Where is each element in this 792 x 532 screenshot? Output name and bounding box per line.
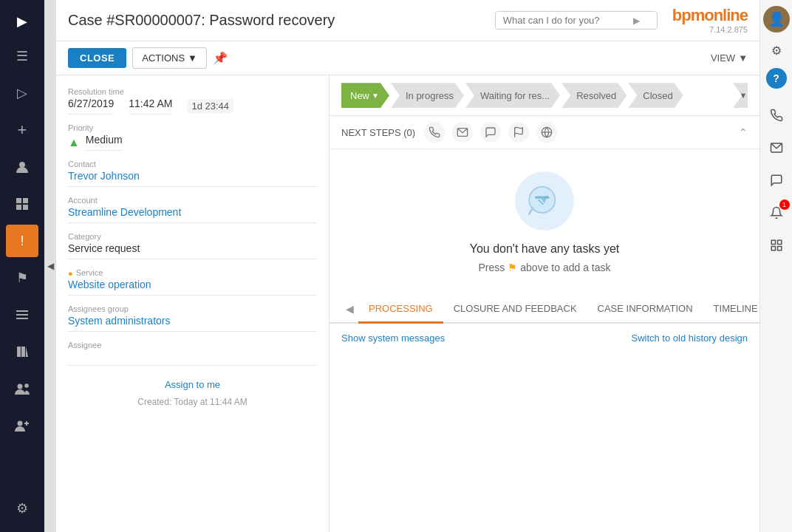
sidebar-item-team[interactable] [6, 372, 38, 405]
next-step-flag-icon[interactable] [508, 122, 529, 143]
next-step-globe-icon[interactable] [536, 122, 557, 143]
actions-button[interactable]: ACTIONS ▼ [132, 47, 207, 69]
svg-rect-24 [777, 240, 781, 244]
sidebar-item-alerts[interactable]: ! [6, 225, 38, 257]
service-value[interactable]: Website operation [68, 279, 317, 296]
view-button[interactable]: VIEW ▼ [711, 52, 748, 64]
help-icon[interactable]: ? [766, 68, 787, 89]
svg-rect-23 [771, 240, 775, 244]
tab-processing[interactable]: PROCESSING [358, 296, 443, 324]
view-chevron-icon: ▼ [738, 52, 748, 64]
collapse-icon: ◀ [47, 261, 54, 271]
tab-closure-feedback[interactable]: CLOSURE AND FEEDBACK [443, 296, 587, 324]
empty-state-flag-icon: ⚑ [508, 262, 517, 273]
tab-prev-arrow[interactable]: ◀ [341, 296, 358, 322]
resolution-time-label: Resolution time [68, 87, 317, 96]
svg-rect-5 [16, 310, 28, 312]
next-step-chat-icon[interactable] [480, 122, 501, 143]
next-steps-collapse-icon[interactable]: ⌃ [739, 126, 748, 138]
empty-state-suffix: above to add a task [520, 262, 610, 273]
tab-closure-feedback-label: CLOSURE AND FEEDBACK [454, 303, 577, 314]
next-step-phone-icon[interactable] [424, 122, 445, 143]
account-label: Account [68, 196, 317, 205]
email-icon[interactable] [762, 133, 791, 163]
notifications-icon[interactable]: 1 [762, 198, 791, 228]
assignees-group: Assignees group System administrators [68, 304, 317, 332]
priority-label: Priority [68, 123, 317, 132]
svg-rect-4 [23, 205, 28, 210]
priority-arrow-icon: ▲ [68, 136, 80, 149]
stage-in-progress-label: In progress [406, 90, 454, 101]
stage-resolved-label: Resolved [576, 90, 616, 101]
contact-value[interactable]: Trevor Johnson [68, 170, 317, 187]
search-input[interactable] [503, 15, 629, 26]
sidebar-toggle[interactable]: ▶ [11, 7, 33, 35]
switch-design-link[interactable]: Switch to old history design [631, 332, 748, 344]
category-label: Category [68, 232, 317, 241]
resolution-date: 6/27/2019 [68, 98, 114, 115]
empty-state-title: You don't have any tasks yet [470, 242, 620, 256]
assignees-group-value[interactable]: System administrators [68, 315, 317, 332]
actions-chevron-icon: ▼ [188, 52, 197, 64]
sidebar-item-settings[interactable]: ⚙ [6, 492, 38, 525]
assign-me-link[interactable]: Assign to me [165, 379, 220, 390]
left-panel: Resolution time 6/27/2019 11:42 AM 1d 23… [56, 75, 330, 532]
stage-closed-label: Closed [643, 90, 672, 101]
next-steps-bar: NEXT STEPS (0) [330, 116, 759, 149]
view-label: VIEW [711, 52, 735, 64]
stage-waiting[interactable]: Waiting for res... [465, 83, 560, 108]
pin-icon[interactable]: 📌 [213, 51, 228, 65]
stage-in-progress[interactable]: In progress [391, 83, 464, 108]
right-sidebar: 👤 ⚙ ? 1 [759, 0, 792, 532]
svg-rect-7 [16, 318, 28, 319]
assignee-label: Assignee [68, 341, 317, 349]
sidebar-item-dashboard[interactable] [6, 188, 38, 220]
user-avatar[interactable]: 👤 [763, 6, 790, 33]
show-system-messages-link[interactable]: Show system messages [341, 332, 445, 344]
tab-actions-bar: Show system messages Switch to old histo… [341, 332, 748, 344]
sidebar-item-add[interactable]: + [6, 114, 38, 146]
stage-new[interactable]: New ▼ [341, 83, 389, 108]
chat-icon[interactable] [762, 166, 791, 195]
resolution-time-group: Resolution time 6/27/2019 11:42 AM 1d 23… [68, 87, 317, 115]
stage-more-dropdown[interactable]: ▼ [733, 83, 748, 108]
stage-closed[interactable]: Closed [628, 83, 683, 108]
tab-timeline-label: TIMELINE [714, 303, 758, 314]
sidebar-item-contacts[interactable] [6, 151, 38, 183]
close-button[interactable]: CLOSE [68, 48, 126, 68]
tab-processing-label: PROCESSING [369, 303, 433, 314]
stage-new-dropdown-icon: ▼ [372, 92, 379, 100]
phone-icon[interactable] [762, 100, 791, 130]
svg-rect-25 [771, 247, 775, 250]
right-panel: New ▼ In progress Waiting for res... Res… [330, 75, 759, 532]
sidebar-item-flags[interactable]: ⚑ [6, 262, 38, 294]
svg-point-0 [19, 162, 25, 168]
left-sidebar: ▶ ☰ ▷ + ! ⚑ ⚙ [0, 0, 44, 532]
grid-icon[interactable] [762, 231, 791, 260]
sidebar-item-library[interactable] [6, 335, 38, 368]
next-step-email-icon[interactable] [452, 122, 473, 143]
actions-label: ACTIONS [142, 52, 185, 64]
search-arrow-icon: ▶ [633, 16, 640, 26]
svg-rect-2 [23, 198, 28, 203]
assignees-group-label: Assignees group [68, 304, 317, 313]
account-value[interactable]: Streamline Development [68, 206, 317, 223]
priority-value: Medium [86, 134, 123, 151]
sidebar-item-process[interactable]: ▷ [6, 77, 38, 109]
svg-point-12 [18, 421, 23, 426]
sidebar-item-tasks[interactable] [6, 299, 38, 331]
next-step-icons [424, 122, 557, 143]
notifications-badge: 1 [779, 200, 790, 210]
empty-state-subtitle: Press ⚑ above to add a task [479, 262, 611, 273]
svg-rect-1 [16, 198, 21, 203]
page-title: Case #SR00000007: Password recovery [68, 12, 486, 29]
sidebar-item-menu[interactable]: ☰ [6, 40, 38, 72]
tab-content-area: Show system messages Switch to old histo… [330, 324, 759, 532]
tab-timeline[interactable]: TIMELINE [703, 296, 759, 324]
search-box[interactable]: ▶ [495, 11, 658, 30]
stage-resolved[interactable]: Resolved [561, 83, 627, 108]
sidebar-item-person-plus[interactable] [6, 409, 38, 442]
gear-icon[interactable]: ⚙ [762, 35, 791, 65]
tab-case-information[interactable]: CASE INFORMATION [587, 296, 703, 324]
collapse-tab[interactable]: ◀ [44, 0, 56, 532]
